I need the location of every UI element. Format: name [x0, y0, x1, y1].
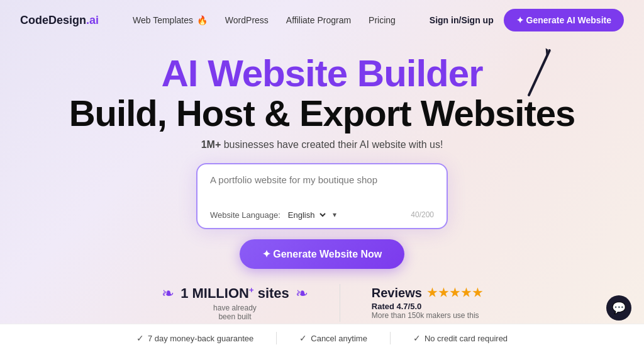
hero-subtitle-bold: 1M+ — [201, 139, 221, 150]
check-icon-2: ✓ — [299, 333, 307, 343]
reviews-section: Reviews ★ ★ ★ ★ ★ Rated 4.7/5.0 More tha… — [372, 286, 482, 320]
nav-web-templates[interactable]: Web Templates 🔥 — [133, 15, 208, 25]
million-number: 1 MILLION+ sites — [180, 285, 289, 302]
nav-wordpress[interactable]: WordPress — [225, 15, 269, 25]
logo-suffix: .ai — [86, 14, 99, 26]
sign-in-button[interactable]: Sign in/Sign up — [430, 15, 494, 25]
million-sites: ❧ 1 MILLION+ sites ❧ have already been b… — [162, 285, 308, 321]
hero-section: AI Website Builder Build, Host & Export … — [0, 40, 644, 150]
generate-main-button[interactable]: ✦ Generate Website Now — [240, 239, 405, 269]
hero-subtitle-rest: businesses have created their AI website… — [224, 139, 443, 150]
input-footer: Website Language: English Spanish French… — [210, 210, 434, 220]
char-count: 40/200 — [411, 210, 434, 219]
million-sub: have already been built — [213, 304, 257, 321]
nav-pricing[interactable]: Pricing — [369, 15, 396, 25]
nav-links: Web Templates 🔥 WordPress Affiliate Prog… — [133, 15, 396, 25]
laurel-left-icon: ❧ — [162, 285, 174, 302]
bottom-item-cancel: ✓ Cancel anytime — [277, 333, 390, 343]
star-2-icon: ★ — [438, 286, 448, 300]
nav-affiliate[interactable]: Affiliate Program — [286, 15, 351, 25]
nav-right: Sign in/Sign up ✦ Generate AI Website — [430, 9, 624, 31]
star-3-icon: ★ — [450, 286, 460, 300]
chat-icon: 💬 — [612, 301, 626, 315]
hero-subtitle: 1M+ businesses have created their AI web… — [13, 139, 631, 150]
bottom-item-no-card: ✓ No credit card required — [391, 333, 530, 343]
navbar: CodeDesign.ai Web Templates 🔥 WordPress … — [0, 0, 644, 40]
chat-widget[interactable]: 💬 — [606, 295, 631, 321]
chevron-down-icon: ▾ — [333, 210, 336, 219]
hero-title-black: Build, Host & Export Websites — [13, 94, 631, 133]
reviews-rated: Rated 4.7/5.0 — [372, 302, 482, 311]
reviews-more: More than 150k makers use this — [372, 311, 482, 320]
bottom-item-refund: ✓ 7 day money-back guarantee — [114, 333, 276, 343]
language-select[interactable]: English Spanish French German — [286, 210, 328, 220]
website-description-input[interactable] — [210, 174, 434, 202]
vertical-divider — [340, 284, 340, 322]
star-4-icon: ★ — [461, 286, 471, 300]
website-description-box: Website Language: English Spanish French… — [196, 163, 448, 229]
generate-nav-button[interactable]: ✦ Generate AI Website — [504, 9, 624, 31]
star-rating: ★ ★ ★ ★ ★ — [427, 286, 482, 300]
reviews-title: Reviews ★ ★ ★ ★ ★ — [372, 286, 482, 300]
star-1-icon: ★ — [427, 286, 437, 300]
laurels-container: ❧ 1 MILLION+ sites ❧ — [162, 285, 308, 302]
check-icon-1: ✓ — [136, 333, 144, 343]
star-half-icon: ★ — [472, 286, 482, 300]
fire-icon: 🔥 — [197, 15, 208, 25]
social-proof-section: ❧ 1 MILLION+ sites ❧ have already been b… — [0, 284, 644, 322]
language-selector: Website Language: English Spanish French… — [210, 210, 336, 220]
hero-title-purple: AI Website Builder — [13, 53, 631, 94]
generate-button-container: ✦ Generate Website Now — [0, 239, 644, 269]
bottom-bar: ✓ 7 day money-back guarantee ✓ Cancel an… — [0, 324, 644, 352]
language-label: Website Language: — [210, 210, 280, 220]
laurel-right-icon: ❧ — [296, 285, 308, 302]
check-icon-3: ✓ — [413, 333, 421, 343]
logo[interactable]: CodeDesign.ai — [20, 14, 99, 27]
